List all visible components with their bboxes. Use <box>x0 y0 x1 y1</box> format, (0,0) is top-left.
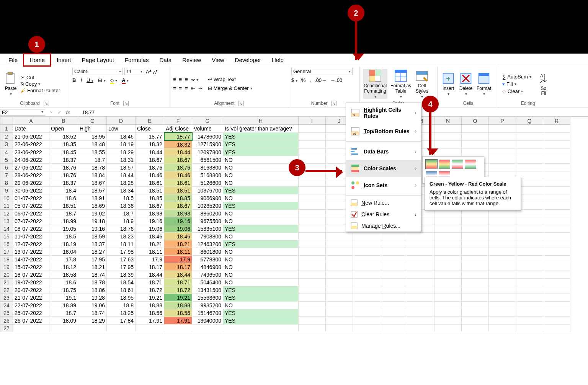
row-header[interactable]: 4 <box>0 148 13 156</box>
formula-input[interactable]: 18.77 <box>75 109 95 115</box>
scale-green-white-red[interactable] <box>452 160 463 169</box>
data-cell[interactable]: 18.85 <box>136 194 164 202</box>
data-cell[interactable]: 18.44 <box>164 271 192 279</box>
tab-home[interactable]: Home <box>23 53 51 67</box>
data-cell[interactable]: 13-07-2022 <box>13 248 49 256</box>
data-cell[interactable]: 18.58 <box>49 271 78 279</box>
data-cell[interactable]: 17.91 <box>136 317 164 325</box>
row-header[interactable]: 12 <box>0 210 13 217</box>
increase-decimal-button[interactable]: .00→ <box>315 77 327 83</box>
data-cell[interactable]: 21-06-2022 <box>13 132 49 140</box>
data-cell[interactable]: 18.76 <box>107 225 136 233</box>
align-top-icon[interactable]: ≡ <box>173 77 176 82</box>
row-header[interactable]: 24 <box>0 302 13 309</box>
menu-color-scales[interactable]: Color Scales › <box>346 160 421 177</box>
data-cell[interactable]: 25-07-2022 <box>13 309 49 317</box>
data-cell[interactable]: 18.59 <box>78 233 107 240</box>
row-header[interactable]: 9 <box>0 187 13 194</box>
data-cell[interactable]: 18.39 <box>107 271 136 279</box>
data-cell[interactable]: 18.21 <box>136 240 164 248</box>
enter-icon[interactable]: ✓ <box>57 109 62 115</box>
col-header[interactable]: D <box>107 117 136 125</box>
data-cell[interactable]: 18.88 <box>164 302 192 309</box>
row-header[interactable]: 8 <box>0 179 13 187</box>
data-cell[interactable]: 18.6 <box>49 279 78 286</box>
tab-file[interactable]: File <box>3 54 23 65</box>
tab-view[interactable]: View <box>206 54 229 65</box>
row-header[interactable]: 13 <box>0 217 13 225</box>
data-cell[interactable]: 18.85 <box>164 194 192 202</box>
data-cell[interactable]: 18.74 <box>78 271 107 279</box>
data-cell[interactable]: 14786000 <box>192 132 223 140</box>
scale-red-yellow-green[interactable] <box>439 160 450 169</box>
data-cell[interactable]: 19.02 <box>78 210 107 217</box>
data-cell[interactable]: 18.56 <box>136 309 164 317</box>
data-cell[interactable]: NO <box>223 302 299 309</box>
fill-color-button[interactable]: ◇ ▾ <box>110 77 118 83</box>
data-cell[interactable]: 18.77 <box>164 132 192 140</box>
data-cell[interactable]: 6778800 <box>192 256 223 263</box>
col-header[interactable]: C <box>78 117 107 125</box>
data-cell[interactable]: NO <box>223 217 299 225</box>
data-cell[interactable]: 24-06-2022 <box>13 156 49 164</box>
data-cell[interactable]: 26-07-2022 <box>13 317 49 325</box>
data-cell[interactable]: NO <box>223 194 299 202</box>
data-cell[interactable]: 18.61 <box>136 179 164 187</box>
data-cell[interactable]: YES <box>223 148 299 156</box>
data-cell[interactable]: 18.7 <box>49 309 78 317</box>
data-cell[interactable]: YES <box>223 294 299 302</box>
row-header[interactable]: 6 <box>0 164 13 171</box>
data-cell[interactable]: 9935200 <box>192 302 223 309</box>
data-cell[interactable]: 19.16 <box>78 225 107 233</box>
insert-cells-button[interactable]: + Insert▾ <box>441 72 456 96</box>
format-cells-button[interactable]: Format▾ <box>476 72 492 96</box>
data-cell[interactable]: 19.06 <box>164 225 192 233</box>
tab-formulas[interactable]: Formulas <box>119 54 154 65</box>
data-cell[interactable]: 18.44 <box>107 171 136 179</box>
data-cell[interactable]: YES <box>223 317 299 325</box>
data-cell[interactable]: YES <box>223 132 299 140</box>
align-middle-icon[interactable]: ≡ <box>179 77 182 82</box>
format-as-table-button[interactable]: Format as Table▾ <box>390 69 412 98</box>
merge-center-button[interactable]: ⊟ Merge & Center ▾ <box>208 85 252 91</box>
wrap-text-button[interactable]: ↩ Wrap Text <box>208 77 252 82</box>
data-cell[interactable]: 19.16 <box>164 217 192 225</box>
data-cell[interactable]: 18.76 <box>164 164 192 171</box>
data-cell[interactable]: 18.69 <box>78 202 107 210</box>
menu-highlight-cells-rules[interactable]: ≤ Highlight Cells Rules › <box>346 103 421 123</box>
data-cell[interactable]: 18.5 <box>49 233 78 240</box>
align-left-icon[interactable]: ≡ <box>173 85 176 91</box>
decrease-font-icon[interactable]: A▾ <box>153 69 158 75</box>
increase-font-icon[interactable]: A▴ <box>146 68 152 75</box>
data-cell[interactable]: YES <box>223 309 299 317</box>
data-cell[interactable]: 17.95 <box>78 256 107 263</box>
data-cell[interactable]: 7496500 <box>192 271 223 279</box>
data-cell[interactable]: 19.06 <box>136 225 164 233</box>
cut-button[interactable]: ✂ Cut <box>21 75 60 80</box>
data-cell[interactable]: 18.5 <box>107 194 136 202</box>
data-cell[interactable]: 17.95 <box>107 263 136 271</box>
percent-button[interactable]: % <box>301 77 306 83</box>
align-center-icon[interactable]: ≡ <box>179 85 182 91</box>
data-cell[interactable]: 18.44 <box>136 148 164 156</box>
row-header[interactable]: 25 <box>0 309 13 317</box>
data-cell[interactable]: 18.72 <box>164 286 192 294</box>
data-cell[interactable]: 18.67 <box>164 156 192 164</box>
data-cell[interactable]: 5168800 <box>192 171 223 179</box>
data-cell[interactable]: 17.84 <box>107 317 136 325</box>
data-cell[interactable]: 8860200 <box>192 210 223 217</box>
data-cell[interactable]: 18.86 <box>78 286 107 294</box>
row-header[interactable]: 17 <box>0 248 13 256</box>
data-cell[interactable]: 5046400 <box>192 279 223 286</box>
menu-data-bars[interactable]: Data Bars › <box>346 143 421 160</box>
data-cell[interactable]: 18.78 <box>78 164 107 171</box>
tab-data[interactable]: Data <box>154 54 177 65</box>
cell-styles-button[interactable]: Cell Styles▾ <box>414 69 430 98</box>
data-cell[interactable]: 18.32 <box>164 140 192 148</box>
data-cell[interactable]: 18.35 <box>49 140 78 148</box>
col-header[interactable]: R <box>543 117 570 125</box>
data-cell[interactable]: 18.46 <box>164 171 192 179</box>
italic-button[interactable]: I <box>80 77 82 83</box>
font-launcher[interactable]: ↘ <box>123 101 129 106</box>
data-cell[interactable]: NO <box>223 233 299 240</box>
